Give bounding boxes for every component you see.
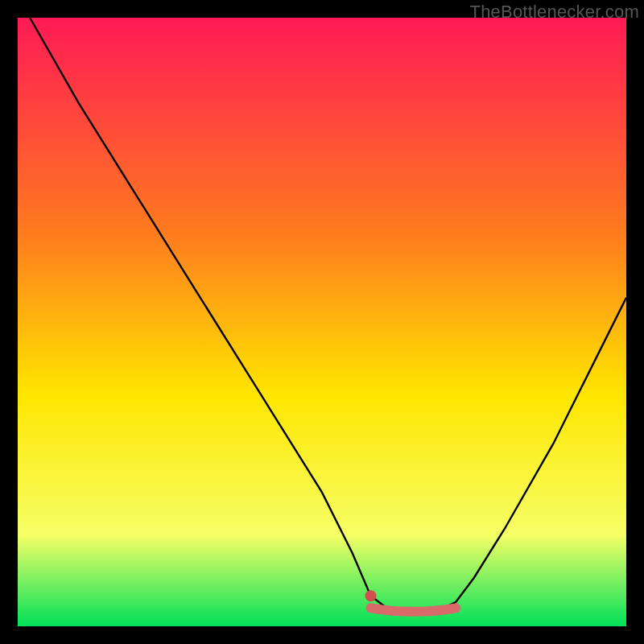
optimum-dot	[365, 590, 376, 601]
gradient-background	[18, 18, 626, 626]
chart-frame	[18, 18, 626, 626]
bottleneck-chart	[18, 18, 626, 626]
optimum-band	[370, 608, 456, 612]
